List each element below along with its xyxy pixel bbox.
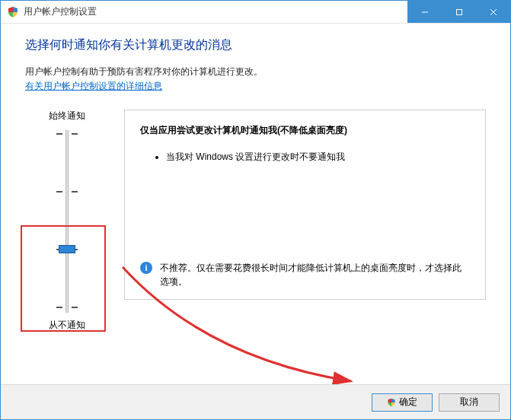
notification-slider[interactable] xyxy=(56,130,78,313)
ok-button[interactable]: 确定 xyxy=(372,393,433,412)
panel-title: 仅当应用尝试更改计算机时通知我(不降低桌面亮度) xyxy=(140,124,470,137)
panel-bullet: 当我对 Windows 设置进行更改时不要通知我 xyxy=(166,151,470,164)
minimize-button[interactable] xyxy=(407,1,442,23)
close-button[interactable] xyxy=(476,1,510,23)
uac-settings-window: 用户帐户控制设置 选择何时通知你有关计算机更改的消息 用户帐户控制有助于预防有害… xyxy=(0,0,511,420)
page-heading: 选择何时通知你有关计算机更改的消息 xyxy=(25,37,486,53)
titlebar: 用户帐户控制设置 xyxy=(1,1,510,24)
slider-column: 始终通知 从不通知 xyxy=(25,110,109,332)
window-title: 用户帐户控制设置 xyxy=(24,5,97,18)
shield-icon xyxy=(7,6,19,18)
window-controls xyxy=(407,1,510,23)
cancel-button[interactable]: 取消 xyxy=(439,393,500,412)
slider-top-label: 始终通知 xyxy=(49,110,85,123)
dialog-footer: 确定 取消 xyxy=(1,384,510,419)
content-area: 选择何时通知你有关计算机更改的消息 用户帐户控制有助于预防有害程序对你的计算机进… xyxy=(1,24,510,384)
ok-button-label: 确定 xyxy=(399,396,417,409)
svg-rect-1 xyxy=(456,9,461,14)
cancel-button-label: 取消 xyxy=(460,396,478,409)
note-text: 不推荐。仅在需要花费很长时间才能降低计算机上的桌面亮度时，才选择此选项。 xyxy=(160,261,470,288)
help-link[interactable]: 有关用户帐户控制设置的详细信息 xyxy=(25,81,162,91)
shield-icon xyxy=(387,398,396,407)
recommendation-note: i 不推荐。仅在需要花费很长时间才能降低计算机上的桌面亮度时，才选择此选项。 xyxy=(140,252,470,288)
panel-bullet-list: 当我对 Windows 设置进行更改时不要通知我 xyxy=(166,151,470,168)
info-icon: i xyxy=(140,262,152,274)
slider-thumb[interactable] xyxy=(59,245,75,253)
level-description-panel: 仅当应用尝试更改计算机时通知我(不降低桌面亮度) 当我对 Windows 设置进… xyxy=(124,110,486,300)
slider-bottom-label: 从不通知 xyxy=(49,319,85,332)
description-text: 用户帐户控制有助于预防有害程序对你的计算机进行更改。 xyxy=(25,65,486,78)
maximize-button[interactable] xyxy=(442,1,476,23)
